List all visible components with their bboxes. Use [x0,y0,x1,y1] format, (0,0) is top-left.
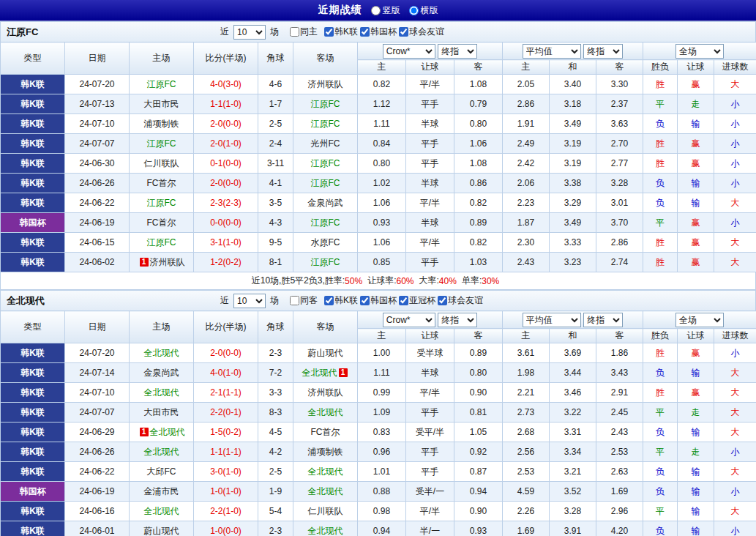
match-row: 韩K联24-06-16全北现代2-2(1-0)5-4仁川联队0.98平/半0.9… [1,502,756,521]
cell-result: 输 [678,423,714,442]
match-count-select[interactable]: 10 [233,25,266,40]
cell-odds: 1.03 [454,253,503,272]
final-handicap-select[interactable]: 终指 [438,44,477,59]
cell-odds: 0.93 [358,213,406,233]
cell-competition: 韩K联 [1,442,65,462]
cell-odds: 平手 [406,253,454,272]
cell-result: 小 [714,482,756,502]
cell-result: 胜 [643,253,678,272]
cell-result: 大 [714,75,756,94]
same-venue-filter[interactable]: 同主 [290,26,318,38]
league-filter-kleague[interactable]: 韩K联 [324,294,358,307]
cell-odds: 平/半 [406,75,454,94]
kleague-checkbox[interactable] [324,27,334,37]
cell-avg: 2.21 [503,383,550,403]
cell-avg: 3.19 [550,154,596,174]
cell-date: 24-06-16 [65,502,130,521]
cell-odds: 0.80 [454,363,503,383]
cell-corner: 1-9 [258,482,293,502]
friendly-checkbox[interactable] [399,27,408,37]
horizontal-radio[interactable] [409,6,419,15]
col-goals-result: 进球数 [714,329,756,343]
matches-tbody: 韩K联24-07-20江原FC4-0(3-0)4-6济州联队0.82平/半1.0… [1,75,756,272]
bookmaker-select[interactable]: Crow* [383,313,435,327]
same-venue-filter[interactable]: 同客 [290,294,318,307]
cell-result: 输 [678,363,714,383]
red-card-icon: 1 [140,428,149,436]
cell-result: 负 [643,174,678,193]
cell-corner: 2-4 [258,134,293,154]
cell-date: 24-07-10 [65,383,130,403]
cell-odds: 1.06 [358,193,406,213]
team-title: 江原FC [1,26,220,39]
match-count-select[interactable]: 10 [233,294,266,308]
cell-score: 1-1(1-0) [194,94,258,114]
cell-corner: 3-3 [258,383,293,403]
cell-date: 24-07-13 [65,94,130,114]
summary-stat-value: 30% [482,276,499,286]
average-select[interactable]: 平均值 [523,44,581,59]
team-name: FC首尔 [311,427,340,437]
team-name: 金浦市民 [144,486,179,496]
cell-avg: 3.19 [550,134,596,154]
cell-corner: 2-3 [258,521,293,536]
scope-select[interactable]: 全场 [675,44,724,59]
bookmaker-select[interactable]: Crow* [383,44,435,59]
koreacup-checkbox[interactable] [360,27,370,37]
league-filter-friendly[interactable]: 球会友谊 [399,26,444,38]
cell-avg: 3.33 [550,233,596,253]
cell-corner: 8-1 [258,253,293,272]
cell-odds: 半球 [406,114,454,134]
col-away: 客场 [293,42,358,75]
cell-score: 2-1(1-1) [194,383,258,403]
cell-competition: 韩K联 [1,94,65,114]
team-name: FC首尔 [147,178,176,188]
cell-avg: 2.53 [596,442,643,462]
same-venue-checkbox[interactable] [290,296,299,305]
layout-radio-horizontal[interactable]: 横版 [409,4,438,17]
cell-odds: 平手 [406,154,454,174]
col-odds-home: 主 [358,329,406,343]
matches-tbody: 韩K联24-07-20全北现代2-0(0-0)2-3蔚山现代1.00受半球0.8… [1,343,756,536]
koreacup-checkbox[interactable] [360,296,370,305]
scope-select[interactable]: 全场 [675,313,724,327]
league-filter-acl[interactable]: 亚冠杯 [399,294,435,307]
same-venue-checkbox[interactable] [290,27,299,37]
matches-table: 类型 日期 主场 比分(半场) 角球 客场 Crow* 终指 平均值 终指 全场 [0,310,756,536]
average-select[interactable]: 平均值 [523,313,581,327]
cell-avg: 3.01 [596,193,643,213]
team-name: 仁川联队 [308,506,343,516]
section-header: 江原FC 近 10 场 同主 韩K联 韩国杯 球会友谊 [0,21,756,42]
cell-avg: 2.68 [503,423,550,442]
match-row: 韩K联24-07-20全北现代2-0(0-0)2-3蔚山现代1.00受半球0.8… [1,343,756,363]
cell-odds: 受平/半 [406,423,454,442]
final-handicap-select[interactable]: 终指 [438,313,477,327]
handicap-odds-group: Crow* 终指 [358,311,503,329]
cell-result: 小 [714,213,756,233]
cell-avg: 2.91 [596,383,643,403]
league-filter-kleague[interactable]: 韩K联 [324,26,358,38]
league-filter-koreacup[interactable]: 韩国杯 [360,26,397,38]
cell-odds: 1.11 [358,114,406,134]
kleague-checkbox[interactable] [324,296,334,305]
league-filter-koreacup[interactable]: 韩国杯 [360,294,397,307]
acl-label: 亚冠杯 [409,294,435,307]
col-avg-home: 主 [503,60,550,75]
cell-home-team: 全北现代 [130,343,194,363]
vertical-radio[interactable] [371,6,381,15]
euro-odds-group: 平均值 终指 [503,42,643,60]
league-filter-friendly[interactable]: 球会友谊 [438,294,483,307]
friendly-checkbox[interactable] [438,296,447,305]
cell-avg: 2.96 [596,502,643,521]
col-handicap-result: 让球 [678,329,714,343]
team-name: 大田市民 [144,407,179,417]
acl-checkbox[interactable] [399,296,408,305]
final-euro-select[interactable]: 终指 [583,313,623,327]
col-odds-home: 主 [358,60,406,75]
final-euro-select[interactable]: 终指 [583,44,623,59]
friendly-label: 球会友谊 [409,26,444,38]
team-name: 江原FC [311,158,340,168]
cell-odds: 1.11 [358,363,406,383]
layout-radio-vertical[interactable]: 竖版 [371,4,400,17]
cell-odds: 平手 [406,134,454,154]
